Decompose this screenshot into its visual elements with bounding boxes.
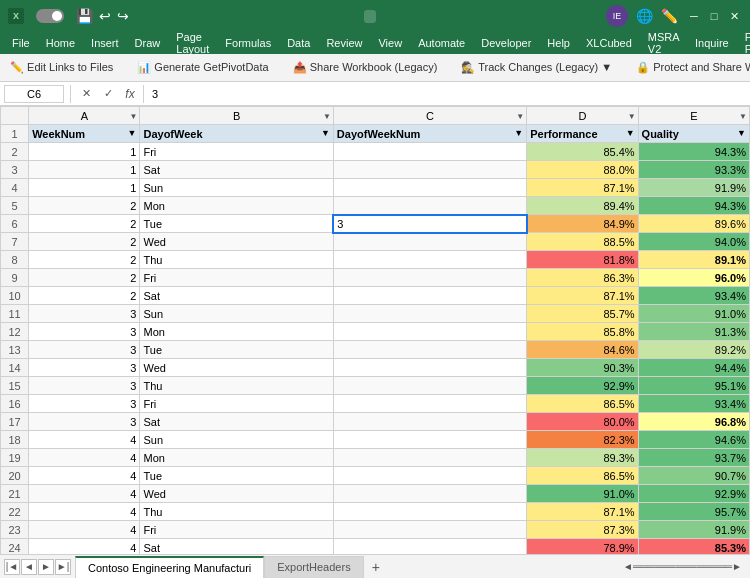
cell-A2[interactable]: 1 [29,143,140,161]
autosave-toggle[interactable] [36,9,64,23]
formula-confirm-icon[interactable]: ✓ [99,85,117,103]
filter-btn-A[interactable]: ▼ [130,111,138,120]
maximize-button[interactable]: □ [706,8,722,24]
cell-E15[interactable]: 95.1% [638,377,749,395]
cell-D9[interactable]: 86.3% [527,269,638,287]
cell-E6[interactable]: 89.6% [638,215,749,233]
menu-item-home[interactable]: Home [38,35,83,51]
col-header-A[interactable]: A ▼ [29,107,140,125]
menu-item-formulas[interactable]: Formulas [217,35,279,51]
cell-A10[interactable]: 2 [29,287,140,305]
cell-D11[interactable]: 85.7% [527,305,638,323]
cell-B24[interactable]: Sat [140,539,333,555]
cell-A5[interactable]: 2 [29,197,140,215]
cell-C23[interactable] [333,521,526,539]
cell-C15[interactable] [333,377,526,395]
cell-B5[interactable]: Mon [140,197,333,215]
cell-A4[interactable]: 1 [29,179,140,197]
cell-D5[interactable]: 89.4% [527,197,638,215]
cell-C4[interactable] [333,179,526,197]
cell-C17[interactable] [333,413,526,431]
sheet-tab-0[interactable]: Contoso Engineering Manufacturi [75,556,264,578]
cell-D16[interactable]: 86.5% [527,395,638,413]
cell-E20[interactable]: 90.7% [638,467,749,485]
close-button[interactable]: ✕ [726,8,742,24]
menu-item-xlcubed[interactable]: XLCubed [578,35,640,51]
cell-B6[interactable]: Tue [140,215,333,233]
cell-D20[interactable]: 86.5% [527,467,638,485]
cell-A16[interactable]: 3 [29,395,140,413]
cell-A9[interactable]: 2 [29,269,140,287]
cell-C11[interactable] [333,305,526,323]
add-sheet-button[interactable]: + [364,555,388,579]
cell-E23[interactable]: 91.9% [638,521,749,539]
cell-A19[interactable]: 4 [29,449,140,467]
cell-A23[interactable]: 4 [29,521,140,539]
cell-D4[interactable]: 87.1% [527,179,638,197]
cell-C2[interactable] [333,143,526,161]
cell-D21[interactable]: 91.0% [527,485,638,503]
cell-B13[interactable]: Tue [140,341,333,359]
cell-D24[interactable]: 78.9% [527,539,638,555]
formula-insert-function-icon[interactable]: fx [121,85,139,103]
cell-E19[interactable]: 93.7% [638,449,749,467]
col-header-C[interactable]: C ▼ [333,107,526,125]
cell-D8[interactable]: 81.8% [527,251,638,269]
cell-B14[interactable]: Wed [140,359,333,377]
undo-button[interactable]: ↩ [99,8,111,24]
minimize-button[interactable]: ─ [686,8,702,24]
formula-cancel-icon[interactable]: ✕ [77,85,95,103]
menu-item-msra-v2[interactable]: MSRA V2 [640,29,687,57]
cell-B17[interactable]: Sat [140,413,333,431]
cell-C8[interactable] [333,251,526,269]
cell-C9[interactable] [333,269,526,287]
cell-D10[interactable]: 87.1% [527,287,638,305]
col-header-E[interactable]: E ▼ [638,107,749,125]
menu-item-page-layout[interactable]: Page Layout [168,29,217,57]
cell-E10[interactable]: 93.4% [638,287,749,305]
cell-D3[interactable]: 88.0% [527,161,638,179]
cell-B8[interactable]: Thu [140,251,333,269]
menu-item-automate[interactable]: Automate [410,35,473,51]
cell-A8[interactable]: 2 [29,251,140,269]
cell-E17[interactable]: 96.8% [638,413,749,431]
cell-C3[interactable] [333,161,526,179]
ribbon-btn-3[interactable]: 🕵️ Track Changes (Legacy) ▼ [455,59,618,76]
cell-A14[interactable]: 3 [29,359,140,377]
cell-E22[interactable]: 95.7% [638,503,749,521]
cell-D17[interactable]: 80.0% [527,413,638,431]
menu-item-file[interactable]: File [4,35,38,51]
dayofweeknum-filter-btn[interactable]: ▼ [514,128,523,138]
cell-B22[interactable]: Thu [140,503,333,521]
dayofweek-filter-btn[interactable]: ▼ [321,128,330,138]
cell-C22[interactable] [333,503,526,521]
label-selector[interactable] [364,10,376,23]
cell-D13[interactable]: 84.6% [527,341,638,359]
cell-D7[interactable]: 88.5% [527,233,638,251]
ribbon-btn-4[interactable]: 🔒 Protect and Share Workbook (Legacy) [630,59,750,76]
cell-A20[interactable]: 4 [29,467,140,485]
col-header-D[interactable]: D ▼ [527,107,638,125]
filter-btn-C[interactable]: ▼ [516,111,524,120]
cell-B9[interactable]: Fri [140,269,333,287]
cell-C21[interactable] [333,485,526,503]
cell-reference-input[interactable] [4,85,64,103]
cell-D23[interactable]: 87.3% [527,521,638,539]
cell-A24[interactable]: 4 [29,539,140,555]
menu-item-insert[interactable]: Insert [83,35,127,51]
cell-C19[interactable] [333,449,526,467]
menu-item-power-pivot[interactable]: Power Pivot [737,29,750,57]
filter-btn-E[interactable]: ▼ [739,111,747,120]
cell-A11[interactable]: 3 [29,305,140,323]
cell-E13[interactable]: 89.2% [638,341,749,359]
ribbon-btn-1[interactable]: 📊 Generate GetPivotData [131,59,274,76]
cell-C10[interactable] [333,287,526,305]
sheet-nav-prev[interactable]: ◄ [21,559,37,575]
cell-E11[interactable]: 91.0% [638,305,749,323]
cell-B12[interactable]: Mon [140,323,333,341]
cell-C16[interactable] [333,395,526,413]
cell-D14[interactable]: 90.3% [527,359,638,377]
col-header-B[interactable]: B ▼ [140,107,333,125]
cell-C24[interactable] [333,539,526,555]
cell-A22[interactable]: 4 [29,503,140,521]
